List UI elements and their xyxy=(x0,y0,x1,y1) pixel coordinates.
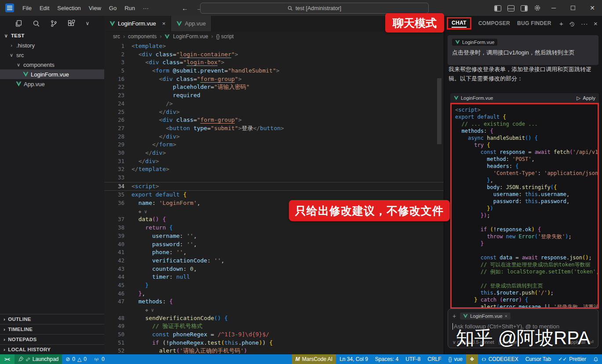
eol-status[interactable]: CRLF xyxy=(424,354,445,364)
ai-codelens-icon[interactable]: ❖ ∨ xyxy=(145,307,154,313)
tree-root-test[interactable]: ∨TEST xyxy=(0,31,104,40)
code-line[interactable]: username: this.username, xyxy=(455,191,594,198)
tab-chat[interactable]: CHAT xyxy=(452,20,467,26)
tree-item-history[interactable]: ›.history xyxy=(0,40,104,50)
tab-close-icon[interactable]: × xyxy=(162,20,166,27)
menu-file[interactable]: File xyxy=(18,5,36,11)
code-line[interactable]: 32</template> xyxy=(104,165,444,174)
code-line[interactable] xyxy=(455,219,594,226)
code-line[interactable]: 3 <div class="login-box"> xyxy=(104,58,444,67)
code-line[interactable]: 47 methods: { xyxy=(104,298,444,306)
window-close-button[interactable]: ✕ xyxy=(583,0,602,16)
code-line[interactable]: 49 // 验证手机号格式 xyxy=(104,322,444,331)
apply-button[interactable]: ▷ Apply xyxy=(576,95,595,101)
code-line[interactable]: 45 } xyxy=(104,281,444,290)
code-line[interactable]: alert(error.message || '登录失败，请重试 xyxy=(455,303,594,309)
prettier-status[interactable]: ✓✓Prettier xyxy=(555,354,590,364)
code-line[interactable]: 44 timer: null xyxy=(104,273,444,281)
cursor-position[interactable]: Ln 34, Col 9 xyxy=(336,354,372,364)
tree-item-src[interactable]: ∨src xyxy=(0,50,104,60)
code-line[interactable]: 16 <div class="form-group"> xyxy=(104,75,444,84)
window-minimize-button[interactable]: ─ xyxy=(544,0,563,16)
code-line[interactable]: // 可以在这里处理登录成功后的token等数据 xyxy=(455,261,594,268)
editor-scrollbar[interactable] xyxy=(437,78,441,144)
code-line[interactable]: 26 <div class="form-group"> xyxy=(104,116,444,124)
code-line[interactable]: throw new Error('登录失败'); xyxy=(455,233,594,240)
code-line[interactable]: 35export default { xyxy=(104,191,444,199)
code-line[interactable]: 38 return { xyxy=(104,224,444,232)
new-chat-icon[interactable]: + xyxy=(559,20,563,27)
code-line[interactable]: 46 }, xyxy=(104,290,444,298)
explorer-icon[interactable] xyxy=(15,19,22,27)
code-line[interactable]: 43 countdown: 0, xyxy=(104,265,444,273)
tree-item-components[interactable]: ∨components xyxy=(0,60,104,69)
more-actions-icon[interactable]: ··· xyxy=(581,20,588,27)
code-line[interactable]: ❖ ∨ xyxy=(104,306,444,314)
chevron-down-icon[interactable]: ∨ xyxy=(86,20,90,26)
code-line[interactable]: 39 username: '', xyxy=(104,232,444,240)
code-line[interactable]: 28 </div> xyxy=(104,133,444,141)
code-line[interactable]: 52 alert('请输入正确的手机号码') xyxy=(104,347,444,354)
code-line[interactable]: 25 </div> xyxy=(104,108,444,116)
code-line[interactable]: // 登录成功后跳转到主页 xyxy=(455,282,594,289)
code-line[interactable]: 'Content-Type': 'application/json', xyxy=(455,170,594,177)
section-local-history[interactable]: ›LOCAL HISTORY xyxy=(0,344,104,354)
code-line[interactable]: }, xyxy=(455,177,594,184)
menu-edit[interactable]: Edit xyxy=(36,5,53,11)
marscode-ai-status[interactable]: MMarsCode AI xyxy=(292,354,336,364)
marscode-icon-status[interactable]: ❖ xyxy=(466,354,478,364)
code-line[interactable]: 48 sendVerificationCode() { xyxy=(104,314,444,323)
cursor-tab-status[interactable]: Cursor Tab xyxy=(522,354,555,364)
code-line[interactable]: 29 </form> xyxy=(104,141,444,149)
code-line[interactable]: } xyxy=(455,240,594,247)
code-line[interactable]: <script> xyxy=(455,106,594,113)
code-editor[interactable]: 1<template>2 <div class="login-container… xyxy=(104,41,444,354)
menu-run[interactable]: Run xyxy=(120,5,139,11)
code-line[interactable]: this.$router.push('/'); xyxy=(455,289,594,296)
ai-codelens-icon[interactable]: ❖ ∨ xyxy=(139,209,147,215)
code-line[interactable]: 40 password: '', xyxy=(104,240,444,249)
tab-composer[interactable]: COMPOSER xyxy=(478,20,510,26)
tab-app-vue[interactable]: App.vue xyxy=(171,16,212,31)
launchpad-button[interactable]: Launchpad xyxy=(15,354,62,364)
code-line[interactable]: 1<template> xyxy=(104,42,444,51)
source-control-icon[interactable] xyxy=(50,19,58,27)
search-sidebar-icon[interactable] xyxy=(33,19,40,27)
code-line[interactable]: methods: { xyxy=(455,127,594,135)
code-line[interactable]: password: this.password, xyxy=(455,198,594,205)
code-line[interactable]: 34<script> xyxy=(104,182,444,191)
code-line[interactable]: 50 const phoneRegex = /^1[3-9]\d{9}$/ xyxy=(104,331,444,339)
code-line[interactable]: 33 xyxy=(104,174,444,182)
code-line[interactable]: body: JSON.stringify({ xyxy=(455,184,594,191)
code-line[interactable]: method: 'POST', xyxy=(455,156,594,163)
suggested-code-block[interactable]: <script>export default { // ... existing… xyxy=(450,103,599,309)
app-logo-icon[interactable] xyxy=(5,4,14,12)
code-line[interactable]: 51 if (!phoneRegex.test(this.phone)) { xyxy=(104,339,444,347)
menu-selection[interactable]: Selection xyxy=(53,5,84,11)
nav-back-icon[interactable]: ← xyxy=(182,4,188,12)
code-line[interactable]: }) xyxy=(455,205,594,212)
code-line[interactable]: // ... existing code ... xyxy=(455,120,594,127)
codegeex-status[interactable]: CODEGEEX xyxy=(478,354,522,364)
section-notepads[interactable]: ›NOTEPADS xyxy=(0,334,104,344)
code-line[interactable]: 24 /> xyxy=(104,100,444,108)
code-line[interactable]: }); xyxy=(455,212,594,219)
code-line[interactable]: // 例如: localStorage.setItem('token', ( xyxy=(455,268,594,275)
code-line[interactable]: const data = await response.json(); xyxy=(455,254,594,261)
encoding-status[interactable]: UTF-8 xyxy=(402,354,424,364)
tree-item-loginform[interactable]: LoginForm.vue xyxy=(0,69,104,79)
code-line[interactable]: export default { xyxy=(455,113,594,120)
code-line[interactable]: 2 <div class="login-container"> xyxy=(104,51,444,59)
code-line[interactable]: 22 placeholder="请输入密码" xyxy=(104,83,444,91)
code-line[interactable]: } catch (error) { xyxy=(455,296,594,303)
code-line[interactable]: 5 <form @submit.prevent="handleSubmit"> xyxy=(104,67,444,75)
extensions-icon[interactable] xyxy=(68,19,75,27)
problems-indicator[interactable]: ⊘0 △0 xyxy=(62,354,90,364)
code-line[interactable]: 41 phone: '', xyxy=(104,248,444,257)
context-file-chip[interactable]: LoginForm.vue xyxy=(452,39,497,46)
notifications-bell[interactable] xyxy=(590,354,602,364)
tab-loginform-vue[interactable]: LoginForm.vue × xyxy=(104,16,171,31)
section-timeline[interactable]: ›TIMELINE xyxy=(0,324,104,334)
settings-gear-icon[interactable] xyxy=(531,4,544,12)
section-outline[interactable]: ›OUTLINE xyxy=(0,314,104,324)
